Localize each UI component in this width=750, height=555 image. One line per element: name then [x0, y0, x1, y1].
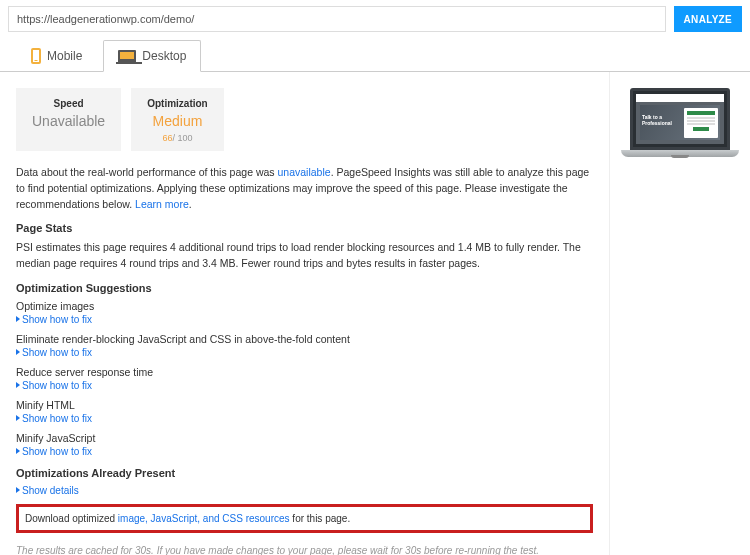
- suggestion-item: Eliminate render-blocking JavaScript and…: [16, 333, 593, 358]
- page-stats-text: PSI estimates this page requires 4 addit…: [16, 240, 593, 272]
- device-tabs: Mobile Desktop: [0, 40, 750, 72]
- optimization-score: 66/ 100: [147, 133, 208, 143]
- suggestion-title: Eliminate render-blocking JavaScript and…: [16, 333, 593, 345]
- show-fix-link[interactable]: Show how to fix: [16, 413, 593, 424]
- main-content: Speed Unavailable Optimization Medium 66…: [0, 72, 610, 555]
- suggestion-title: Optimize images: [16, 300, 593, 312]
- intro-text: Data about the real-world performance of…: [16, 165, 593, 212]
- download-highlight-box: Download optimized image, JavaScript, an…: [16, 504, 593, 533]
- speed-card: Speed Unavailable: [16, 88, 121, 151]
- optimization-label: Optimization: [147, 98, 208, 109]
- download-line: Download optimized image, JavaScript, an…: [25, 513, 584, 524]
- analyze-button[interactable]: ANALYZE: [674, 6, 742, 32]
- tab-mobile[interactable]: Mobile: [16, 40, 97, 72]
- chevron-right-icon: [16, 415, 20, 421]
- page-preview-thumbnail: Talk to aProfessional: [621, 88, 739, 158]
- suggestion-item: Minify HTML Show how to fix: [16, 399, 593, 424]
- chevron-right-icon: [16, 316, 20, 322]
- suggestion-title: Minify HTML: [16, 399, 593, 411]
- download-resources-link[interactable]: image, JavaScript, and CSS resources: [118, 513, 290, 524]
- chevron-right-icon: [16, 448, 20, 454]
- laptop-icon: [118, 50, 136, 62]
- already-present-heading: Optimizations Already Present: [16, 467, 593, 479]
- suggestion-item: Optimize images Show how to fix: [16, 300, 593, 325]
- optimization-card: Optimization Medium 66/ 100: [131, 88, 224, 151]
- suggestion-item: Minify JavaScript Show how to fix: [16, 432, 593, 457]
- speed-label: Speed: [32, 98, 105, 109]
- chevron-right-icon: [16, 349, 20, 355]
- preview-sidebar: Talk to aProfessional: [610, 72, 750, 555]
- show-details-link[interactable]: Show details: [16, 485, 593, 496]
- show-fix-link[interactable]: Show how to fix: [16, 347, 593, 358]
- footer-note: The results are cached for 30s. If you h…: [16, 539, 593, 555]
- chevron-right-icon: [16, 382, 20, 388]
- suggestions-heading: Optimization Suggestions: [16, 282, 593, 294]
- optimization-value: Medium: [147, 113, 208, 129]
- suggestion-item: Reduce server response time Show how to …: [16, 366, 593, 391]
- tab-desktop[interactable]: Desktop: [103, 40, 201, 72]
- tab-desktop-label: Desktop: [142, 49, 186, 63]
- unavailable-link[interactable]: unavailable: [277, 166, 330, 178]
- show-fix-link[interactable]: Show how to fix: [16, 446, 593, 457]
- show-fix-link[interactable]: Show how to fix: [16, 380, 593, 391]
- show-fix-link[interactable]: Show how to fix: [16, 314, 593, 325]
- suggestion-title: Minify JavaScript: [16, 432, 593, 444]
- learn-more-link[interactable]: Learn more: [135, 198, 189, 210]
- tab-mobile-label: Mobile: [47, 49, 82, 63]
- phone-icon: [31, 48, 41, 64]
- url-input[interactable]: [8, 6, 666, 32]
- suggestion-title: Reduce server response time: [16, 366, 593, 378]
- speed-value: Unavailable: [32, 113, 105, 129]
- page-stats-heading: Page Stats: [16, 222, 593, 234]
- chevron-right-icon: [16, 487, 20, 493]
